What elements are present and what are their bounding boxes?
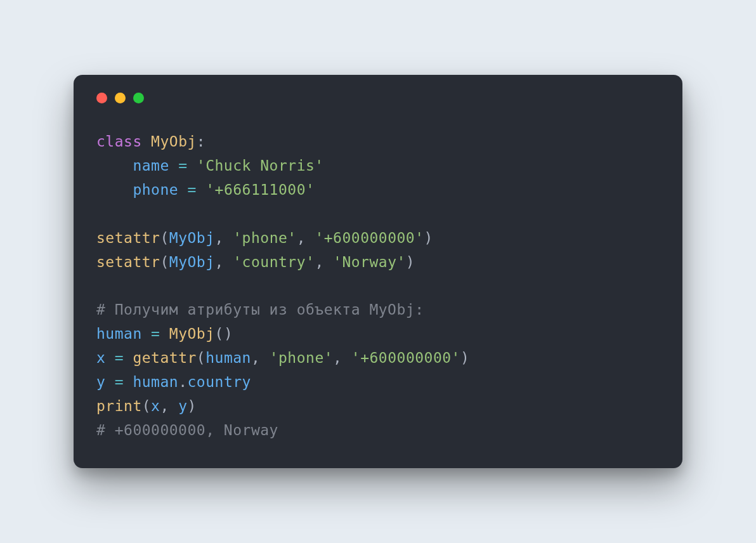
attr-name: name: [133, 157, 169, 174]
parens: (): [215, 325, 233, 342]
comma: ,: [215, 254, 233, 270]
arg-var: human: [205, 350, 251, 366]
minimize-icon[interactable]: [115, 93, 126, 103]
class-name: MyObj: [151, 133, 197, 150]
arg-class: MyObj: [169, 254, 215, 270]
code-window: class MyObj: name = 'Chuck Norris' phone…: [74, 75, 682, 468]
paren-close: ): [460, 350, 469, 366]
string-literal: '+666111000': [205, 181, 315, 198]
var-x: x: [96, 350, 105, 366]
operator-eq: =: [178, 181, 205, 198]
operator-eq: =: [105, 350, 133, 366]
paren-close: ): [424, 230, 433, 246]
comment-line: # Получим атрибуты из объекта MyObj:: [96, 301, 424, 318]
arg-class: MyObj: [169, 230, 215, 246]
comma: ,: [315, 254, 333, 270]
paren-open: (: [160, 230, 169, 246]
operator-eq: =: [142, 325, 169, 342]
paren-close: ): [188, 398, 197, 414]
indent: [96, 181, 133, 198]
comma: ,: [160, 398, 178, 414]
comma: ,: [251, 350, 270, 366]
func-print: print: [96, 398, 142, 414]
window-controls: [96, 93, 660, 103]
arg-string: '+600000000': [315, 230, 424, 246]
paren-open: (: [160, 254, 169, 270]
class-name: MyObj: [169, 325, 215, 342]
func-setattr: setattr: [96, 230, 160, 246]
comma: ,: [215, 230, 233, 246]
arg-var: x: [151, 398, 160, 414]
arg-string: '+600000000': [351, 350, 460, 366]
maximize-icon[interactable]: [133, 93, 144, 103]
var-y: y: [96, 374, 105, 390]
operator-eq: =: [105, 374, 133, 390]
attr-phone: phone: [133, 181, 178, 198]
close-icon[interactable]: [96, 93, 107, 103]
operator-eq: =: [169, 157, 197, 174]
paren-close: ): [406, 254, 415, 270]
var-human: human: [96, 325, 142, 342]
paren-open: (: [142, 398, 151, 414]
arg-string: 'country': [233, 254, 315, 270]
colon: :: [197, 133, 205, 150]
arg-string: 'Norway': [333, 254, 406, 270]
comment-output: # +600000000, Norway: [96, 422, 278, 438]
comma: ,: [297, 230, 315, 246]
indent: [96, 157, 133, 174]
string-literal: 'Chuck Norris': [197, 157, 324, 174]
paren-open: (: [197, 350, 205, 366]
dot: .: [178, 374, 187, 390]
func-getattr: getattr: [133, 350, 196, 366]
arg-string: 'phone': [233, 230, 296, 246]
keyword-class: class: [96, 133, 142, 150]
comma: ,: [333, 350, 351, 366]
arg-var: y: [178, 398, 187, 414]
prop-country: country: [188, 374, 251, 390]
arg-string: 'phone': [270, 350, 333, 366]
obj-ref: human: [133, 374, 178, 390]
func-setattr: setattr: [96, 254, 160, 270]
code-block: class MyObj: name = 'Chuck Norris' phone…: [96, 130, 660, 443]
